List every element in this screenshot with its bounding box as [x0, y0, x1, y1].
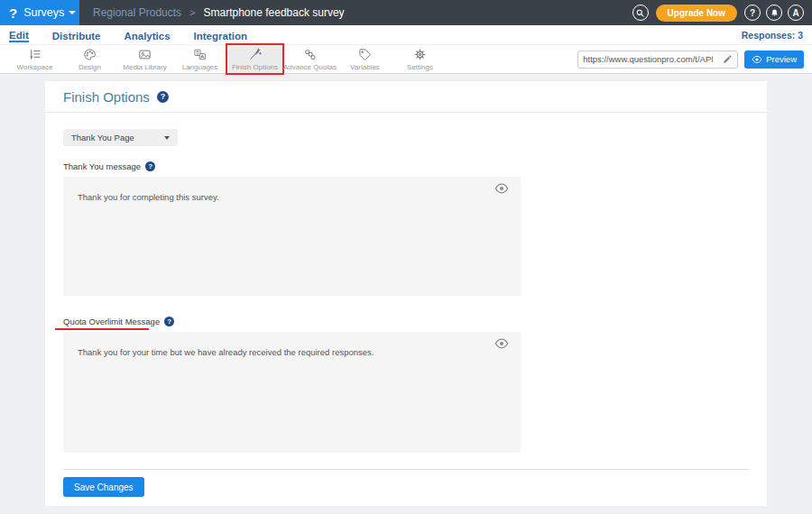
tag-icon	[358, 48, 372, 61]
thank-you-message-section: Thank You message ? Thank you for comple…	[63, 161, 749, 296]
toolbar-item-label: Settings	[407, 63, 433, 71]
toolbar-item-label: Variables	[350, 63, 380, 71]
panel-body: Thank You Page Thank You message ? Thank…	[45, 113, 767, 497]
thank-you-help-icon[interactable]: ?	[145, 161, 155, 171]
edit-toolbar: Workspace Design Media Library Languages	[0, 44, 812, 74]
edit-url-button[interactable]	[717, 51, 737, 68]
quota-overlimit-section: Quota Overlimit Message ? Thank you for …	[63, 317, 749, 453]
thank-you-message-textarea[interactable]: Thank you for completing this survey.	[63, 177, 521, 296]
palette-icon	[83, 48, 97, 61]
search-icon	[635, 8, 645, 18]
tab-integration[interactable]: Integration	[194, 29, 247, 41]
toolbar-right: Preview	[577, 50, 812, 69]
toolbar-item-label: Languages	[182, 63, 218, 71]
survey-url-box	[577, 50, 738, 69]
avatar-initial: A	[792, 8, 798, 18]
chain-icon	[303, 48, 317, 61]
notifications-button[interactable]	[766, 5, 782, 21]
finish-options-help-icon[interactable]: ?	[157, 91, 169, 103]
top-bar: ? Surveys Regional Products > Smartphone…	[0, 0, 812, 25]
annotation-red-underline	[55, 328, 149, 330]
quota-overlimit-label: Quota Overlimit Message	[63, 317, 160, 326]
topbar-actions: Upgrade Now ? A	[632, 0, 812, 25]
questionpro-logo-icon: ?	[9, 6, 17, 20]
eye-icon	[752, 54, 762, 65]
preview-button[interactable]: Preview	[744, 50, 804, 69]
help-button[interactable]: ?	[744, 5, 761, 21]
toolbar-item-languages[interactable]: Languages	[172, 45, 227, 73]
toolbar-item-workspace[interactable]: Workspace	[7, 45, 62, 73]
breadcrumb-survey-title: Smartphone feedback survey	[204, 6, 345, 19]
survey-nav-tabs: Edit Distribute Analytics Integration Re…	[0, 25, 812, 44]
toolbar-item-media-library[interactable]: Media Library	[117, 45, 172, 73]
toolbar-item-variables[interactable]: Variables	[337, 45, 392, 73]
quota-overlimit-field-wrap: Thank you for your time but we have alre…	[63, 332, 521, 453]
preview-button-label: Preview	[766, 54, 797, 64]
thank-you-preview-button[interactable]	[494, 181, 509, 197]
page-title: Finish Options	[63, 89, 150, 105]
app-logo-menu[interactable]: ? Surveys	[0, 0, 79, 25]
toolbar-item-settings[interactable]: Settings	[392, 45, 448, 73]
gear-icon	[413, 48, 427, 61]
surveys-menu-label: Surveys	[23, 6, 64, 19]
quota-overlimit-label-text: Quota Overlimit Message	[63, 317, 160, 326]
breadcrumb-folder[interactable]: Regional Products	[93, 6, 181, 19]
translate-icon	[193, 48, 207, 61]
magic-wand-icon	[248, 48, 262, 61]
toolbar-item-label: Finish Options	[232, 63, 278, 71]
eye-icon	[494, 336, 509, 351]
quota-overlimit-preview-button[interactable]	[494, 336, 509, 352]
chevron-down-icon	[69, 11, 76, 14]
toolbar-item-label: Design	[78, 63, 101, 71]
tab-analytics[interactable]: Analytics	[124, 29, 170, 41]
toolbar-item-design[interactable]: Design	[62, 45, 117, 73]
toolbar-item-label: Workspace	[17, 63, 53, 71]
tab-edit[interactable]: Edit	[9, 28, 29, 42]
toolbar-item-label: Media Library	[123, 63, 166, 71]
quota-overlimit-textarea[interactable]: Thank you for your time but we have alre…	[63, 332, 521, 453]
image-icon	[138, 48, 152, 61]
responses-count[interactable]: Responses: 3	[742, 30, 803, 41]
quota-overlimit-help-icon[interactable]: ?	[164, 317, 174, 326]
save-changes-button[interactable]: Save Changes	[63, 477, 144, 497]
tab-distribute[interactable]: Distribute	[52, 29, 101, 41]
search-button[interactable]	[632, 5, 649, 21]
toolbar-item-finish-options[interactable]: Finish Options	[227, 45, 282, 73]
account-avatar[interactable]: A	[788, 5, 804, 21]
thank-you-message-label: Thank You message	[63, 161, 141, 171]
upgrade-now-button[interactable]: Upgrade Now	[656, 5, 737, 22]
chevron-down-icon	[164, 136, 170, 140]
footer-divider	[63, 469, 749, 470]
page-content: Finish Options ? Thank You Page Thank Yo…	[0, 74, 812, 506]
toolbar-item-label: Advance Quotas	[283, 63, 337, 71]
toolbar-item-advance-quotas[interactable]: Advance Quotas	[282, 45, 337, 73]
pencil-icon	[723, 54, 733, 64]
survey-url-input[interactable]	[578, 54, 717, 64]
finish-type-selected-value: Thank You Page	[71, 133, 134, 142]
breadcrumb-separator: >	[189, 7, 195, 18]
eye-icon	[494, 181, 509, 196]
workspace-icon	[28, 48, 42, 61]
thank-you-message-label-row: Thank You message ?	[63, 161, 749, 171]
surveys-menu[interactable]: Surveys	[23, 6, 76, 19]
quota-overlimit-label-row: Quota Overlimit Message ?	[63, 317, 749, 326]
thank-you-message-field-wrap: Thank you for completing this survey.	[63, 177, 521, 296]
question-mark-icon: ?	[750, 8, 755, 18]
finish-options-panel: Finish Options ? Thank You Page Thank Yo…	[45, 81, 767, 506]
bell-icon	[770, 8, 780, 18]
finish-type-dropdown[interactable]: Thank You Page	[63, 129, 178, 146]
panel-header: Finish Options ?	[45, 81, 767, 113]
breadcrumb: Regional Products > Smartphone feedback …	[93, 0, 345, 25]
